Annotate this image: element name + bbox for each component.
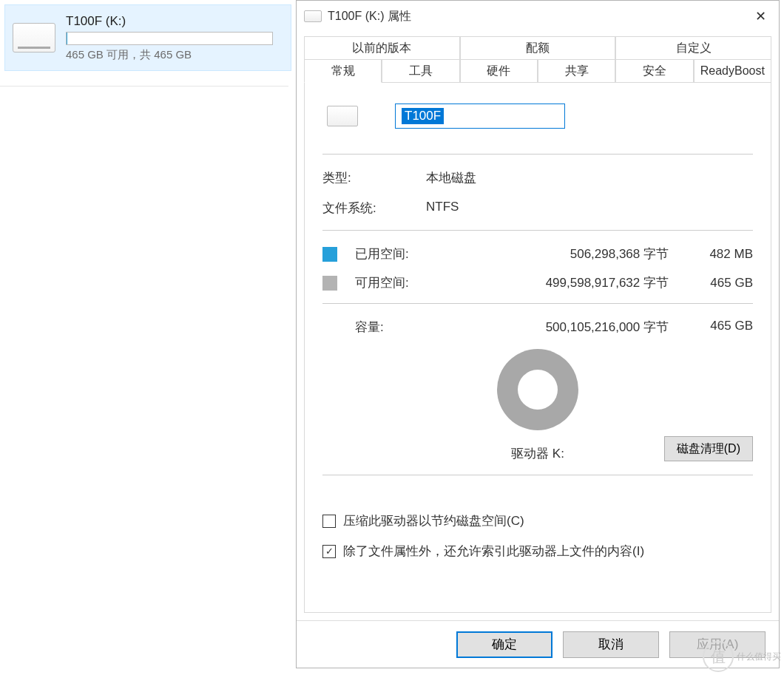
watermark: 值 什么值得买 (703, 641, 781, 672)
index-checkbox[interactable]: ✓ (322, 545, 336, 558)
used-space-bytes: 506,298,368 字节 (444, 245, 689, 262)
drive-tile[interactable]: T100F (K:) 465 GB 可用，共 465 GB (4, 4, 291, 71)
pie-drive-label: 驱动器 K: (511, 445, 564, 462)
capacity-size: 465 GB (689, 319, 753, 336)
cancel-button[interactable]: 取消 (563, 631, 659, 658)
tab-tools[interactable]: 工具 (382, 59, 459, 83)
watermark-icon: 值 (703, 641, 734, 672)
drive-name-selection: T100F (402, 108, 444, 124)
ok-button[interactable]: 确定 (456, 631, 552, 658)
titlebar[interactable]: T100F (K:) 属性 ✕ (297, 1, 779, 32)
tab-sharing[interactable]: 共享 (538, 59, 615, 83)
disk-cleanup-button[interactable]: 磁盘清理(D) (664, 436, 753, 461)
used-color-swatch (322, 247, 337, 262)
tab-readyboost[interactable]: ReadyBoost (694, 59, 771, 83)
close-button[interactable]: ✕ (742, 1, 779, 32)
tab-customize[interactable]: 自定义 (615, 36, 771, 60)
drive-icon (13, 23, 55, 52)
capacity-label: 容量: (322, 319, 444, 336)
drive-tile-title: T100F (K:) (66, 14, 283, 29)
dialog-title: T100F (K:) 属性 (328, 9, 411, 24)
used-space-size: 482 MB (689, 247, 753, 262)
drive-tile-subtitle: 465 GB 可用，共 465 GB (66, 48, 283, 62)
tab-previous-versions[interactable]: 以前的版本 (304, 36, 460, 60)
drive-icon (304, 10, 322, 22)
index-checkbox-label: 除了文件属性外，还允许索引此驱动器上文件的内容(I) (343, 543, 644, 560)
properties-dialog: T100F (K:) 属性 ✕ 以前的版本 配额 自定义 常规 工具 硬件 共享… (296, 0, 780, 668)
drive-usage-bar (66, 32, 273, 45)
divider (0, 86, 288, 87)
compress-checkbox[interactable] (322, 515, 336, 528)
usage-donut-chart (497, 349, 578, 430)
free-space-bytes: 499,598,917,632 字节 (444, 274, 689, 291)
tab-hardware[interactable]: 硬件 (460, 59, 538, 83)
free-space-size: 465 GB (689, 276, 753, 291)
watermark-text: 什么值得买 (737, 651, 781, 663)
free-space-label: 可用空间: (355, 274, 444, 291)
drive-icon (327, 106, 358, 126)
type-value: 本地磁盘 (426, 169, 476, 186)
free-color-swatch (322, 276, 337, 291)
tab-content-general: T100F 类型: 本地磁盘 文件系统: NTFS 已用空间: 506,298,… (304, 83, 771, 613)
type-label: 类型: (322, 169, 426, 186)
tab-general[interactable]: 常规 (304, 59, 382, 83)
filesystem-value: NTFS (426, 200, 459, 217)
filesystem-label: 文件系统: (322, 200, 426, 217)
used-space-label: 已用空间: (355, 245, 444, 262)
tab-quota[interactable]: 配额 (460, 36, 616, 60)
capacity-bytes: 500,105,216,000 字节 (444, 319, 689, 336)
tab-security[interactable]: 安全 (615, 59, 693, 83)
compress-checkbox-label: 压缩此驱动器以节约磁盘空间(C) (343, 512, 524, 529)
